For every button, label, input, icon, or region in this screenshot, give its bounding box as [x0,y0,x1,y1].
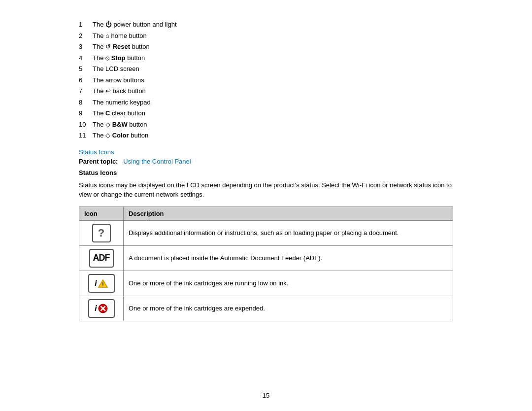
list-item: 3 The ↺ Reset button [79,42,453,52]
numbered-list: 1 The ⏻ power button and light 2 The ⌂ h… [79,20,453,140]
col-header-icon: Icon [79,206,124,220]
table-row: i One or more of the ink cartrid [79,296,453,321]
table-row: i ! One or more of the ink cartridges ar… [79,271,453,296]
list-number: 2 [79,31,93,41]
question-icon: ? [92,224,111,242]
table-header-row: Icon Description [79,206,453,220]
list-item: 9 The C clear button [79,108,453,118]
list-number: 4 [79,53,93,63]
icon-cell-question: ? [79,220,124,245]
info-icon: i [95,279,97,288]
icon-cell-ink-warning: i ! [79,271,124,296]
list-number: 11 [79,131,93,140]
ink-error-icon: i [88,299,115,318]
list-item: 10 The ◇ B&W button [79,120,453,130]
list-text: The numeric keypad [93,98,151,107]
list-number: 7 [79,86,93,96]
description-cell: A document is placed inside the Automati… [124,245,453,271]
list-number: 6 [79,75,93,85]
list-text: The ◇ Color button [93,131,148,140]
list-text: The ⏻ power button and light [93,20,177,30]
list-item: 7 The ↩ back button [79,86,453,96]
table-row: ? Displays additional information or ins… [79,220,453,245]
list-text: The ⦸ Stop button [93,53,145,63]
ink-warning-icon: i ! [88,274,115,293]
description-cell: Displays additional information or instr… [124,220,453,245]
adf-icon: ADF [89,249,114,268]
svg-text:!: ! [102,282,103,287]
parent-topic-link[interactable]: Using the Control Panel [122,158,191,165]
list-number: 8 [79,98,93,107]
list-item: 6 The arrow buttons [79,75,453,85]
list-item: 4 The ⦸ Stop button [79,53,453,63]
list-text: The LCD screen [93,64,139,74]
error-circle-icon [98,304,108,313]
list-text: The ◇ B&W button [93,120,147,130]
list-number: 9 [79,108,93,118]
list-item: 11 The ◇ Color button [79,131,453,140]
page-container: 1 The ⏻ power button and light 2 The ⌂ h… [0,0,532,411]
list-number: 1 [79,20,93,30]
list-text: The ↺ Reset button [93,42,150,52]
icon-cell-ink-error: i [79,296,124,321]
icon-cell-adf: ADF [79,245,124,271]
table-row: ADF A document is placed inside the Auto… [79,245,453,271]
section-title: Status Icons [79,169,453,176]
parent-topic-label: Parent topic: [79,158,118,165]
list-item: 2 The ⌂ home button [79,31,453,41]
list-text: The ⌂ home button [93,31,147,41]
list-text: The ↩ back button [93,86,146,96]
col-header-description: Description [124,206,453,220]
list-item: 5 The LCD screen [79,64,453,74]
list-item: 8 The numeric keypad [79,98,453,107]
description-cell: One or more of the ink cartridges are ex… [124,296,453,321]
list-number: 10 [79,120,93,130]
section-description: Status icons may be displayed on the LCD… [79,180,453,200]
parent-topic-line: Parent topic: Using the Control Panel [79,158,453,165]
description-cell: One or more of the ink cartridges are ru… [124,271,453,296]
list-number: 3 [79,42,93,52]
info-icon: i [95,304,97,313]
page-number: 15 [263,392,269,399]
list-text: The arrow buttons [93,75,144,85]
list-item: 1 The ⏻ power button and light [79,20,453,30]
content-area: 1 The ⏻ power button and light 2 The ⌂ h… [79,20,453,331]
list-number: 5 [79,64,93,74]
status-table: Icon Description ? Displays additional i… [79,206,453,321]
warning-triangle-icon: ! [98,279,108,288]
status-icons-link[interactable]: Status Icons [79,148,453,156]
list-text: The C clear button [93,108,145,118]
